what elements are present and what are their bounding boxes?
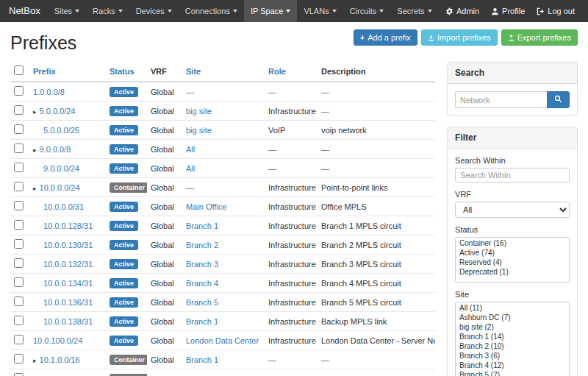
row-checkbox[interactable] <box>14 373 24 376</box>
nav-item-secrets[interactable]: Secrets <box>390 0 438 22</box>
admin-link[interactable]: Admin <box>440 0 485 22</box>
import-prefixes-button[interactable]: Import prefixes <box>421 29 498 46</box>
nav-link[interactable]: Sites <box>48 0 86 22</box>
prefix-link[interactable]: 10.0.0.138/31 <box>43 317 93 326</box>
select-option[interactable]: Branch 3 (6) <box>456 351 569 361</box>
row-checkbox[interactable] <box>14 105 24 115</box>
prefix-link[interactable]: 10.1.0.0/16 <box>40 355 80 364</box>
site-link[interactable]: London Data Center <box>186 336 259 345</box>
nav-link[interactable]: Circuits <box>343 0 391 22</box>
row-checkbox[interactable] <box>14 220 24 230</box>
search-within-input[interactable] <box>455 168 570 182</box>
site-link[interactable]: Branch 1 <box>186 317 218 326</box>
select-option[interactable]: Ashburn DC (7) <box>456 313 569 322</box>
nav-item-racks[interactable]: Racks <box>86 0 129 22</box>
nav-item-profile[interactable]: Profile <box>485 0 531 22</box>
site-link[interactable]: big site <box>186 107 212 116</box>
row-checkbox[interactable] <box>14 182 24 191</box>
prefix-link[interactable]: 5.0.0.0/25 <box>43 126 79 135</box>
row-checkbox[interactable] <box>14 316 24 325</box>
prefix-link[interactable]: 10.0.0.136/31 <box>43 298 93 307</box>
select-option[interactable]: Branch 2 (10) <box>456 341 569 351</box>
vrf-select[interactable]: All <box>455 202 570 218</box>
vrf-cell: Global <box>147 350 182 369</box>
site-select[interactable]: All (11)Ashburn DC (7)big site (2)Branch… <box>455 302 570 376</box>
select-all-checkbox[interactable] <box>14 65 24 75</box>
prefix-link[interactable]: 10.0.0.0/24 <box>40 183 80 192</box>
add-prefix-button[interactable]: + Add a prefix <box>354 29 417 46</box>
row-checkbox[interactable] <box>14 201 24 210</box>
page-header: + Add a prefix Import prefixes Export pr… <box>10 26 578 60</box>
prefix-link[interactable]: 10.0.0.0/31 <box>43 202 84 211</box>
select-option[interactable]: All (11) <box>456 303 569 313</box>
select-option[interactable]: Active (74) <box>456 248 569 258</box>
row-checkbox[interactable] <box>14 143 24 153</box>
row-checkbox[interactable] <box>14 163 24 172</box>
nav-link[interactable]: Devices <box>129 0 179 22</box>
prefix-link[interactable]: 9.0.0.0/8 <box>40 145 71 154</box>
row-checkbox[interactable] <box>14 354 24 363</box>
profile-link[interactable]: Profile <box>485 0 531 22</box>
search-button[interactable] <box>547 91 570 108</box>
col-header-role[interactable]: Role <box>268 67 286 76</box>
site-link[interactable]: Branch 1 <box>186 221 218 230</box>
col-header-prefix[interactable]: Prefix <box>33 67 56 76</box>
logout-link[interactable]: Log out <box>531 0 581 22</box>
site-link[interactable]: All <box>186 145 195 154</box>
prefix-link[interactable]: 10.0.0.134/31 <box>43 279 93 288</box>
site-link[interactable]: Branch 3 <box>186 260 218 269</box>
export-prefixes-button[interactable]: Export prefixes <box>501 29 578 46</box>
select-option[interactable]: Container (16) <box>456 238 569 248</box>
status-select[interactable]: Container (16)Active (74)Reserved (4)Dep… <box>455 237 570 283</box>
nav-item-sites[interactable]: Sites <box>48 0 86 22</box>
prefix-link[interactable]: 10.0.0.132/31 <box>43 260 93 269</box>
nav-item-connections[interactable]: Connections <box>179 0 244 22</box>
site-link[interactable]: Main Office <box>186 202 226 211</box>
table-row: ▸10.0.0.128/31 Active Global Branch 1 In… <box>10 216 435 235</box>
row-checkbox[interactable] <box>14 335 24 344</box>
prefix-link[interactable]: 1.0.0.0/8 <box>33 88 65 96</box>
nav-item-circuits[interactable]: Circuits <box>343 0 391 22</box>
col-header-site[interactable]: Site <box>186 67 201 76</box>
row-checkbox[interactable] <box>14 258 24 268</box>
nav-link[interactable]: VLANs <box>297 0 343 22</box>
prefix-link[interactable]: 5.0.0.0/24 <box>40 107 76 116</box>
nav-item-vlans[interactable]: VLANs <box>297 0 343 22</box>
nav-item-logout[interactable]: Log out <box>531 0 581 22</box>
site-link[interactable]: Branch 5 <box>186 298 218 307</box>
nav-item-devices[interactable]: Devices <box>129 0 179 22</box>
row-checkbox[interactable] <box>14 277 24 287</box>
prefix-link[interactable]: 9.0.0.0/24 <box>43 164 79 173</box>
col-header-status[interactable]: Status <box>110 67 135 76</box>
nav-item-ip-space[interactable]: IP Space <box>244 0 297 22</box>
prefix-link[interactable]: 10.0.100.0/24 <box>33 336 82 345</box>
row-checkbox[interactable] <box>14 239 24 249</box>
select-option[interactable]: Branch 4 (12) <box>456 361 569 370</box>
select-option[interactable]: Branch 1 (14) <box>456 332 569 341</box>
site-link[interactable]: Branch 2 <box>186 241 218 249</box>
select-option[interactable]: Reserved (4) <box>456 258 569 267</box>
site-link[interactable]: Branch 1 <box>186 355 218 364</box>
nav-link[interactable]: Secrets <box>390 0 438 22</box>
nav-link[interactable]: Racks <box>86 0 129 22</box>
prefix-link[interactable]: 10.0.0.130/31 <box>43 241 93 249</box>
nav-link[interactable]: Connections <box>179 0 244 22</box>
description-cell: Backup MPLS link <box>318 312 435 331</box>
nav-link[interactable]: IP Space <box>244 0 297 22</box>
role-cell: VoIP <box>265 121 318 140</box>
chevron-down-icon <box>168 10 172 13</box>
main-nav: SitesRacksDevicesConnectionsIP SpaceVLAN… <box>48 0 440 22</box>
select-option[interactable]: big site (2) <box>456 322 569 332</box>
site-link[interactable]: big site <box>186 126 212 135</box>
site-link[interactable]: Branch 4 <box>186 279 218 288</box>
site-link[interactable]: All <box>186 164 195 173</box>
prefix-link[interactable]: 10.0.0.128/31 <box>43 221 93 230</box>
nav-item-admin[interactable]: Admin <box>440 0 485 22</box>
row-checkbox[interactable] <box>14 124 24 134</box>
select-option[interactable]: Deprecated (1) <box>456 267 569 277</box>
row-checkbox[interactable] <box>14 86 24 96</box>
brand[interactable]: NetBox <box>7 0 48 22</box>
select-option[interactable]: Branch 5 (7) <box>456 370 569 376</box>
search-input[interactable] <box>455 91 547 108</box>
row-checkbox[interactable] <box>14 297 24 306</box>
